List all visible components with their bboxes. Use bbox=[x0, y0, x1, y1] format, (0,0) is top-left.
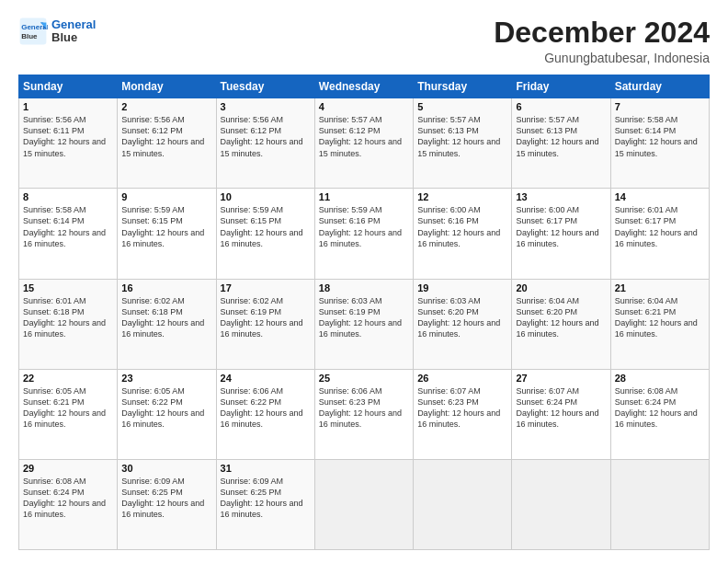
day-number: 27 bbox=[516, 373, 606, 384]
calendar-table: SundayMondayTuesdayWednesdayThursdayFrid… bbox=[18, 75, 710, 550]
day-number: 3 bbox=[221, 101, 311, 112]
calendar-cell: 23Sunrise: 6:05 AMSunset: 6:22 PMDayligh… bbox=[118, 369, 216, 459]
calendar-cell: 10Sunrise: 5:59 AMSunset: 6:15 PMDayligh… bbox=[216, 189, 314, 279]
day-number: 24 bbox=[221, 373, 311, 384]
logo-general: General bbox=[51, 18, 96, 31]
calendar-week-1: 1Sunrise: 5:56 AMSunset: 6:11 PMDaylight… bbox=[19, 98, 710, 189]
calendar-cell: 9Sunrise: 5:59 AMSunset: 6:15 PMDaylight… bbox=[118, 189, 216, 279]
day-info: Sunrise: 6:06 AMSunset: 6:23 PMDaylight:… bbox=[319, 385, 409, 431]
calendar-cell: 7Sunrise: 5:58 AMSunset: 6:14 PMDaylight… bbox=[610, 98, 709, 189]
day-info: Sunrise: 5:57 AMSunset: 6:13 PMDaylight:… bbox=[516, 114, 606, 159]
day-number: 17 bbox=[221, 282, 311, 293]
calendar-cell bbox=[314, 459, 413, 549]
calendar-cell: 12Sunrise: 6:00 AMSunset: 6:16 PMDayligh… bbox=[414, 189, 512, 279]
day-number: 15 bbox=[23, 282, 113, 293]
day-number: 21 bbox=[615, 282, 705, 293]
day-number: 13 bbox=[516, 191, 606, 202]
day-info: Sunrise: 6:09 AMSunset: 6:25 PMDaylight:… bbox=[121, 476, 211, 521]
day-number: 6 bbox=[516, 101, 606, 112]
calendar-cell: 20Sunrise: 6:04 AMSunset: 6:20 PMDayligh… bbox=[512, 279, 610, 369]
weekday-header-tuesday: Tuesday bbox=[216, 75, 314, 98]
day-number: 4 bbox=[319, 101, 409, 112]
calendar-cell: 19Sunrise: 6:03 AMSunset: 6:20 PMDayligh… bbox=[414, 279, 512, 369]
calendar-cell: 17Sunrise: 6:02 AMSunset: 6:19 PMDayligh… bbox=[216, 279, 314, 369]
svg-text:Blue: Blue bbox=[21, 32, 38, 40]
calendar-cell: 3Sunrise: 5:56 AMSunset: 6:12 PMDaylight… bbox=[216, 98, 314, 189]
day-info: Sunrise: 6:02 AMSunset: 6:19 PMDaylight:… bbox=[221, 295, 311, 340]
day-info: Sunrise: 5:56 AMSunset: 6:11 PMDaylight:… bbox=[23, 114, 113, 159]
day-info: Sunrise: 6:08 AMSunset: 6:24 PMDaylight:… bbox=[615, 385, 705, 431]
calendar-cell: 1Sunrise: 5:56 AMSunset: 6:11 PMDaylight… bbox=[19, 98, 118, 189]
day-info: Sunrise: 6:07 AMSunset: 6:24 PMDaylight:… bbox=[516, 385, 606, 431]
page: General Blue General Blue December 2024 … bbox=[0, 0, 728, 563]
day-number: 22 bbox=[23, 373, 113, 384]
calendar-cell: 15Sunrise: 6:01 AMSunset: 6:18 PMDayligh… bbox=[19, 279, 118, 369]
day-number: 28 bbox=[615, 373, 705, 384]
day-info: Sunrise: 5:56 AMSunset: 6:12 PMDaylight:… bbox=[121, 114, 211, 159]
day-info: Sunrise: 6:04 AMSunset: 6:21 PMDaylight:… bbox=[615, 295, 705, 340]
calendar-cell: 14Sunrise: 6:01 AMSunset: 6:17 PMDayligh… bbox=[610, 189, 709, 279]
calendar-cell: 24Sunrise: 6:06 AMSunset: 6:22 PMDayligh… bbox=[216, 369, 314, 459]
day-info: Sunrise: 6:01 AMSunset: 6:18 PMDaylight:… bbox=[23, 295, 113, 340]
day-number: 14 bbox=[615, 191, 705, 202]
day-number: 2 bbox=[121, 101, 211, 112]
title-block: December 2024 Gunungbatubesar, Indonesia bbox=[494, 17, 710, 65]
day-number: 30 bbox=[121, 463, 211, 474]
day-number: 18 bbox=[319, 282, 409, 293]
calendar-cell: 26Sunrise: 6:07 AMSunset: 6:23 PMDayligh… bbox=[414, 369, 512, 459]
calendar-cell: 13Sunrise: 6:00 AMSunset: 6:17 PMDayligh… bbox=[512, 189, 610, 279]
day-info: Sunrise: 5:58 AMSunset: 6:14 PMDaylight:… bbox=[615, 114, 705, 159]
day-number: 10 bbox=[221, 191, 311, 202]
calendar-cell: 4Sunrise: 5:57 AMSunset: 6:12 PMDaylight… bbox=[314, 98, 413, 189]
calendar-cell: 16Sunrise: 6:02 AMSunset: 6:18 PMDayligh… bbox=[118, 279, 216, 369]
day-info: Sunrise: 5:59 AMSunset: 6:15 PMDaylight:… bbox=[121, 204, 211, 249]
day-info: Sunrise: 6:03 AMSunset: 6:19 PMDaylight:… bbox=[319, 295, 409, 340]
calendar-cell bbox=[512, 459, 610, 549]
calendar-cell: 22Sunrise: 6:05 AMSunset: 6:21 PMDayligh… bbox=[19, 369, 118, 459]
calendar-header-row: SundayMondayTuesdayWednesdayThursdayFrid… bbox=[19, 75, 710, 98]
weekday-header-sunday: Sunday bbox=[19, 75, 118, 98]
logo-blue: Blue bbox=[51, 31, 96, 44]
day-info: Sunrise: 6:07 AMSunset: 6:23 PMDaylight:… bbox=[417, 385, 507, 431]
header: General Blue General Blue December 2024 … bbox=[18, 17, 710, 65]
day-info: Sunrise: 5:59 AMSunset: 6:15 PMDaylight:… bbox=[221, 204, 311, 249]
logo: General Blue General Blue bbox=[18, 17, 96, 46]
day-info: Sunrise: 6:08 AMSunset: 6:24 PMDaylight:… bbox=[23, 476, 113, 521]
calendar-cell: 6Sunrise: 5:57 AMSunset: 6:13 PMDaylight… bbox=[512, 98, 610, 189]
calendar-week-3: 15Sunrise: 6:01 AMSunset: 6:18 PMDayligh… bbox=[19, 279, 710, 369]
day-number: 31 bbox=[221, 463, 311, 474]
weekday-header-saturday: Saturday bbox=[610, 75, 709, 98]
day-info: Sunrise: 6:04 AMSunset: 6:20 PMDaylight:… bbox=[516, 295, 606, 340]
calendar-cell: 25Sunrise: 6:06 AMSunset: 6:23 PMDayligh… bbox=[314, 369, 413, 459]
day-info: Sunrise: 6:00 AMSunset: 6:16 PMDaylight:… bbox=[417, 204, 507, 249]
day-number: 19 bbox=[417, 282, 507, 293]
calendar-cell: 2Sunrise: 5:56 AMSunset: 6:12 PMDaylight… bbox=[118, 98, 216, 189]
location: Gunungbatubesar, Indonesia bbox=[494, 51, 710, 65]
day-number: 5 bbox=[417, 101, 507, 112]
calendar-week-4: 22Sunrise: 6:05 AMSunset: 6:21 PMDayligh… bbox=[19, 369, 710, 459]
day-info: Sunrise: 6:06 AMSunset: 6:22 PMDaylight:… bbox=[221, 385, 311, 431]
weekday-header-friday: Friday bbox=[512, 75, 610, 98]
day-info: Sunrise: 5:59 AMSunset: 6:16 PMDaylight:… bbox=[319, 204, 409, 249]
day-info: Sunrise: 5:58 AMSunset: 6:14 PMDaylight:… bbox=[23, 204, 113, 249]
calendar-cell bbox=[610, 459, 709, 549]
day-info: Sunrise: 6:09 AMSunset: 6:25 PMDaylight:… bbox=[221, 476, 311, 521]
day-number: 7 bbox=[615, 101, 705, 112]
day-info: Sunrise: 6:03 AMSunset: 6:20 PMDaylight:… bbox=[417, 295, 507, 340]
day-number: 26 bbox=[417, 373, 507, 384]
day-number: 29 bbox=[23, 463, 113, 474]
calendar-cell: 8Sunrise: 5:58 AMSunset: 6:14 PMDaylight… bbox=[19, 189, 118, 279]
calendar-cell: 29Sunrise: 6:08 AMSunset: 6:24 PMDayligh… bbox=[19, 459, 118, 549]
day-number: 8 bbox=[23, 191, 113, 202]
calendar-week-2: 8Sunrise: 5:58 AMSunset: 6:14 PMDaylight… bbox=[19, 189, 710, 279]
month-title: December 2024 bbox=[494, 17, 710, 49]
day-number: 9 bbox=[121, 191, 211, 202]
day-info: Sunrise: 6:01 AMSunset: 6:17 PMDaylight:… bbox=[615, 204, 705, 249]
calendar-week-5: 29Sunrise: 6:08 AMSunset: 6:24 PMDayligh… bbox=[19, 459, 710, 549]
day-info: Sunrise: 6:00 AMSunset: 6:17 PMDaylight:… bbox=[516, 204, 606, 249]
day-info: Sunrise: 6:05 AMSunset: 6:22 PMDaylight:… bbox=[121, 385, 211, 431]
logo-icon: General Blue bbox=[18, 17, 48, 46]
day-number: 11 bbox=[319, 191, 409, 202]
calendar-cell bbox=[414, 459, 512, 549]
day-number: 12 bbox=[417, 191, 507, 202]
